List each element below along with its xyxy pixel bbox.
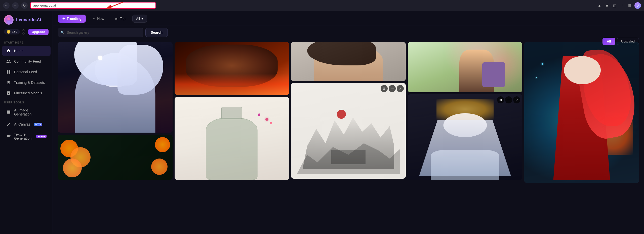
forward-button[interactable]: → xyxy=(12,2,19,9)
gallery-card-2[interactable] xyxy=(58,135,173,180)
texture-icon xyxy=(6,134,11,139)
logo-text: Leonardo.Ai xyxy=(16,17,41,22)
app-container: Leonardo.Ai 🪙 150 ? Upgrade Start Here H… xyxy=(0,11,644,234)
credits-count: 🪙 150 xyxy=(4,29,20,34)
sidebar: Leonardo.Ai 🪙 150 ? Upgrade Start Here H… xyxy=(0,11,53,234)
share-icon[interactable]: ▲ xyxy=(597,3,602,8)
new-icon: ✧ xyxy=(93,17,96,21)
top-icon: ◎ xyxy=(115,17,118,21)
trending-filter-btn[interactable]: ✦ Trending xyxy=(58,15,86,23)
trending-icon: ✦ xyxy=(62,17,65,21)
sidebar-item-finetuned[interactable]: Finetuned Models xyxy=(2,88,51,98)
browser-actions: ▲ ★ ◫ ⋮ ☰ U xyxy=(597,2,641,9)
gallery-card-5[interactable] xyxy=(291,42,406,81)
logo-area: Leonardo.Ai xyxy=(0,11,53,28)
sidebar-label-personal: Personal Feed xyxy=(14,70,37,74)
gallery-area: ⋯ ⤢ xyxy=(53,40,644,234)
users-icon xyxy=(6,59,11,64)
menu-icon[interactable]: ⋮ xyxy=(619,3,625,8)
overlay-options-btn-8[interactable]: ⋯ xyxy=(505,96,512,103)
sidebar-item-ai-canvas[interactable]: AI Canvas BETA xyxy=(2,119,51,129)
credits-icon: 🪙 xyxy=(7,30,11,34)
gallery-column-1 xyxy=(58,42,173,183)
sidebar-label-texture: Texture Generation xyxy=(14,132,33,140)
gallery-column-3: ⊞ ⋯ ⤢ xyxy=(291,42,406,183)
upgrade-button[interactable]: Upgrade xyxy=(28,29,49,35)
sidebar-label-training: Training & Datasets xyxy=(14,81,45,85)
image-icon xyxy=(6,110,11,115)
box-icon xyxy=(6,91,11,96)
gallery-card-4[interactable]: ⋯ ⤢ xyxy=(175,97,289,180)
overlay-expand-btn-6[interactable]: ⤢ xyxy=(397,85,404,92)
filter-toolbar: ✦ Trending ✧ New ◎ Top All ▾ xyxy=(53,11,644,25)
sidebar-item-home[interactable]: Home xyxy=(2,46,51,56)
refresh-button[interactable]: ↻ xyxy=(21,2,28,9)
search-input[interactable] xyxy=(58,28,143,37)
overlay-resize-btn-6[interactable]: ⊞ xyxy=(381,85,388,92)
grid-icon xyxy=(6,69,11,74)
sidebar-label-canvas: AI Canvas xyxy=(14,122,30,126)
gallery-card-9[interactable] xyxy=(524,42,639,183)
address-bar[interactable] xyxy=(30,2,156,9)
top-filter-btn[interactable]: ◎ Top xyxy=(111,15,130,23)
layers-icon xyxy=(6,80,11,85)
svg-point-3 xyxy=(7,17,10,20)
extensions-icon[interactable]: ◫ xyxy=(612,3,617,8)
gallery-card-7[interactable] xyxy=(408,42,522,92)
overlay-options-btn-4[interactable]: ⋯ xyxy=(272,99,279,106)
beta-badge: BETA xyxy=(34,123,43,126)
alpha-badge: ALPHA xyxy=(36,135,47,138)
chevron-down-icon: ▾ xyxy=(141,17,143,21)
overlay-expand-btn-8[interactable]: ⤢ xyxy=(513,96,520,103)
gallery-column-5 xyxy=(524,42,639,183)
gallery-grid: ⋯ ⤢ xyxy=(58,42,639,183)
sidebar-item-personal-feed[interactable]: Personal Feed xyxy=(2,67,51,77)
start-here-label: Start Here xyxy=(0,38,53,46)
search-section: 🔍 Search xyxy=(53,25,644,40)
overlay-resize-btn-8[interactable]: ⊞ xyxy=(497,96,504,103)
sidebar-item-community-feed[interactable]: Community Feed xyxy=(2,56,51,66)
gallery-card-6[interactable]: ⊞ ⋯ ⤢ xyxy=(291,83,406,179)
gallery-column-4: ⊞ ⋯ ⤢ xyxy=(408,42,522,183)
browser-chrome: ← → ↻ ▲ ★ ◫ ⋮ ☰ U xyxy=(0,0,644,11)
credits-area: 🪙 150 ? Upgrade xyxy=(0,28,53,38)
gallery-card-8[interactable]: ⊞ ⋯ ⤢ xyxy=(408,94,522,180)
user-tools-label: User Tools xyxy=(0,98,53,105)
sidebar-item-texture-gen[interactable]: Texture Generation ALPHA xyxy=(2,130,51,143)
gallery-card-3[interactable] xyxy=(175,42,289,95)
back-button[interactable]: ← xyxy=(3,2,10,9)
overlay-options-btn-6[interactable]: ⋯ xyxy=(389,85,396,92)
svg-point-4 xyxy=(7,21,11,24)
upscaled-gallery-btn[interactable]: Upscaled xyxy=(617,38,639,45)
star-icon[interactable]: ★ xyxy=(604,3,610,8)
sidebar-item-ai-image-gen[interactable]: AI Image Generation xyxy=(2,106,51,119)
main-content: ✦ Trending ✧ New ◎ Top All ▾ 🔍 Search xyxy=(53,11,644,234)
overlay-expand-btn-4[interactable]: ⤢ xyxy=(280,99,287,106)
home-icon xyxy=(6,48,11,53)
gallery-column-2: ⋯ ⤢ xyxy=(175,42,289,183)
search-icon: 🔍 xyxy=(60,30,65,34)
help-button[interactable]: ? xyxy=(22,29,25,34)
all-gallery-btn[interactable]: All xyxy=(602,38,615,45)
sidebar-item-training[interactable]: Training & Datasets xyxy=(2,77,51,88)
sidebar-label-ai-image: AI Image Generation xyxy=(14,108,47,116)
gallery-card-1[interactable] xyxy=(58,42,173,133)
new-filter-btn[interactable]: ✧ New xyxy=(88,15,108,23)
browser-profile-avatar[interactable]: U xyxy=(634,2,641,9)
sidebar-label-finetuned: Finetuned Models xyxy=(14,91,42,95)
sidebar-label-home: Home xyxy=(14,49,23,53)
sidebar-toggle-icon[interactable]: ☰ xyxy=(627,3,632,8)
gallery-controls: All Upscaled xyxy=(602,38,639,45)
all-dropdown[interactable]: All ▾ xyxy=(132,15,147,23)
canvas-icon xyxy=(6,122,11,127)
search-button[interactable]: Search xyxy=(145,28,168,37)
sidebar-label-community: Community Feed xyxy=(14,59,41,63)
search-input-wrap: 🔍 xyxy=(58,28,143,37)
logo-avatar xyxy=(4,15,14,25)
